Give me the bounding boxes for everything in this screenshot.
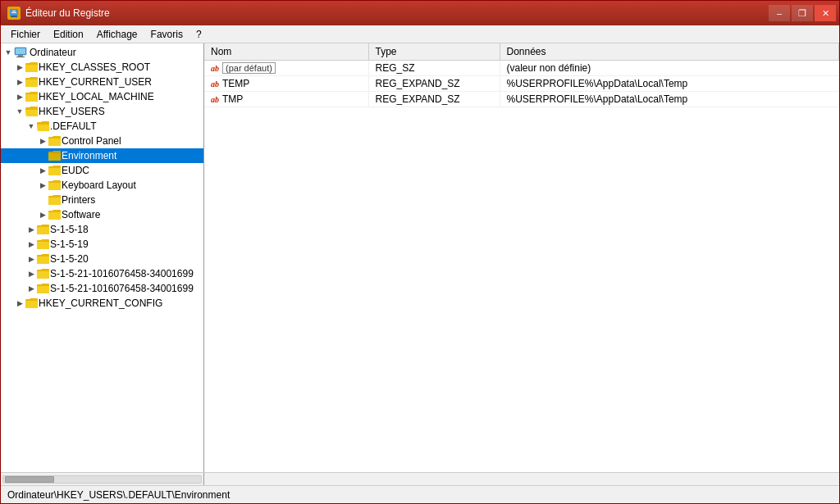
close-button[interactable]: ✕: [815, 5, 836, 21]
expand-s1521a[interactable]: ▶: [25, 268, 37, 279]
tree-node-environment[interactable]: Environment: [1, 148, 203, 163]
reg-value-icon: ab: [211, 79, 219, 89]
tree-node-keyboard-layout[interactable]: ▶ Keyboard Layout: [1, 178, 203, 193]
expand-s1521b[interactable]: ▶: [25, 283, 37, 294]
tree-node-ordinateur[interactable]: ▼ Ordinateur: [1, 45, 203, 60]
folder-icon: [48, 150, 62, 161]
expand-default[interactable]: ▼: [25, 120, 37, 132]
tree-node-s1521a[interactable]: ▶ S-1-5-21-1016076458-34001699: [1, 266, 203, 281]
tree-label-hku: HKEY_USERS: [39, 106, 105, 117]
table-row[interactable]: ab (par défaut) REG_SZ (valeur non défin…: [204, 61, 839, 76]
tree-node-s1519[interactable]: ▶ S-1-5-19: [1, 237, 203, 252]
tree-node-hkey-local-machine[interactable]: ▶ HKEY_LOCAL_MACHINE: [1, 89, 203, 104]
expand-hku[interactable]: ▼: [14, 106, 25, 117]
table-row[interactable]: ab TMP REG_EXPAND_SZ %USERPROFILE%\AppDa…: [204, 92, 839, 107]
registry-values-panel: Nom Type Données ab (par défaut): [204, 43, 839, 472]
tree-label-cp: Control Panel: [62, 135, 121, 147]
reg-value-icon: ab: [211, 95, 219, 104]
tree-node-hkcc[interactable]: ▶ HKEY_CURRENT_CONFIG: [1, 296, 203, 311]
menu-affichage[interactable]: Affichage: [90, 27, 144, 42]
tree-node-hkey-classes-root[interactable]: ▶ HKEY_CLASSES_ROOT: [1, 60, 203, 75]
folder-icon: [48, 194, 62, 206]
tree-node-software[interactable]: ▶ Software: [1, 207, 203, 222]
folder-icon: [25, 297, 39, 309]
folder-icon: [25, 61, 39, 73]
expand-s1520[interactable]: ▶: [25, 253, 37, 265]
folder-icon: [25, 91, 39, 102]
folder-icon: [37, 253, 50, 265]
tree-label-hkcu: HKEY_CURRENT_USER: [39, 76, 152, 88]
table-row[interactable]: ab TEMP REG_EXPAND_SZ %USERPROFILE%\AppD…: [204, 76, 839, 92]
tree-node-s1520[interactable]: ▶ S-1-5-20: [1, 252, 203, 266]
reg-name-cell: ab (par défaut): [204, 61, 368, 76]
tree-panel[interactable]: ▼ Ordinateur ▶ HKEY_CLASSES_ROOT ▶ H: [1, 43, 204, 472]
menu-favoris[interactable]: Favoris: [144, 27, 189, 42]
menu-fichier[interactable]: Fichier: [4, 27, 47, 42]
menu-bar: Fichier Edition Affichage Favoris ?: [1, 25, 839, 43]
expand-eudc[interactable]: ▶: [37, 165, 48, 176]
tree-node-printers[interactable]: Printers: [1, 193, 203, 207]
tree-node-hkey-current-user[interactable]: ▶ HKEY_CURRENT_USER: [1, 75, 203, 89]
registry-editor-window: Éditeur du Registre – ❐ ✕ Fichier Editio…: [0, 0, 840, 504]
col-nom[interactable]: Nom: [204, 43, 368, 61]
title-bar-left: Éditeur du Registre: [7, 7, 110, 20]
svg-rect-6: [18, 55, 23, 57]
col-type[interactable]: Type: [368, 43, 500, 61]
expand-ordinateur[interactable]: ▼: [2, 47, 14, 58]
tree-label-s1519: S-1-5-19: [50, 238, 89, 250]
folder-open-icon: [25, 106, 39, 117]
expand-hklm[interactable]: ▶: [14, 91, 25, 102]
folder-icon: [37, 238, 50, 250]
col-donnees[interactable]: Données: [500, 43, 839, 61]
reg-name-label: TEMP: [222, 78, 249, 89]
regedit-icon: [7, 7, 21, 20]
reg-data-cell: %USERPROFILE%\AppData\Local\Temp: [500, 76, 839, 92]
status-path: Ordinateur\HKEY_USERS\.DEFAULT\Environme…: [7, 489, 230, 501]
expand-s1519[interactable]: ▶: [25, 238, 37, 250]
expand-kl[interactable]: ▶: [37, 179, 48, 191]
folder-icon: [37, 283, 50, 294]
reg-name-cell: ab TEMP: [204, 76, 368, 92]
expand-cp[interactable]: ▶: [37, 135, 48, 147]
tree-label-kl: Keyboard Layout: [62, 179, 136, 191]
tree-hscrollbar[interactable]: [1, 473, 204, 485]
tree-label-s1521b: S-1-5-21-1016076458-34001699: [50, 283, 194, 294]
registry-table: Nom Type Données ab (par défaut): [204, 43, 839, 107]
expand-software[interactable]: ▶: [37, 209, 48, 220]
folder-icon: [37, 268, 50, 279]
tree-label-environment: Environment: [62, 150, 116, 161]
tree-node-s1518[interactable]: ▶ S-1-5-18: [1, 222, 203, 237]
tree-node-s1521b[interactable]: ▶ S-1-5-21-1016076458-34001699: [1, 281, 203, 296]
reg-value-icon: ab: [211, 64, 219, 73]
tree-node-hkey-users[interactable]: ▼ HKEY_USERS: [1, 104, 203, 119]
tree-node-default[interactable]: ▼ .DEFAULT: [1, 119, 203, 134]
expand-hkcr[interactable]: ▶: [14, 61, 25, 73]
tree-node-control-panel[interactable]: ▶ Control Panel: [1, 134, 203, 148]
expand-s1518[interactable]: ▶: [25, 224, 37, 235]
tree-label-default: .DEFAULT: [50, 120, 96, 132]
tree-label-hkcc: HKEY_CURRENT_CONFIG: [39, 297, 162, 309]
tree-label-s1521a: S-1-5-21-1016076458-34001699: [50, 268, 194, 279]
menu-help[interactable]: ?: [189, 27, 208, 42]
expand-hkcc[interactable]: ▶: [14, 297, 25, 309]
folder-icon: [48, 209, 62, 220]
expand-hkcu[interactable]: ▶: [14, 76, 25, 88]
svg-rect-2: [12, 11, 16, 11]
status-bar: Ordinateur\HKEY_USERS\.DEFAULT\Environme…: [1, 485, 839, 503]
tree-label-s1520: S-1-5-20: [50, 253, 89, 265]
restore-button[interactable]: ❐: [792, 5, 813, 21]
tree-label-ordinateur: Ordinateur: [30, 47, 76, 58]
tree-label-s1518: S-1-5-18: [50, 224, 89, 235]
svg-rect-5: [16, 48, 25, 54]
reg-name-label: TMP: [222, 93, 243, 105]
computer-icon: [14, 47, 27, 58]
menu-edition[interactable]: Edition: [47, 27, 90, 42]
tree-node-eudc[interactable]: ▶ EUDC: [1, 163, 203, 178]
svg-rect-3: [11, 12, 16, 13]
window-title: Éditeur du Registre: [25, 7, 110, 19]
reg-type-cell: REG_SZ: [368, 61, 500, 76]
folder-icon: [48, 135, 62, 147]
minimize-button[interactable]: –: [769, 5, 790, 21]
tree-label-hkcr: HKEY_CLASSES_ROOT: [39, 61, 150, 73]
reg-data-cell: (valeur non définie): [500, 61, 839, 76]
